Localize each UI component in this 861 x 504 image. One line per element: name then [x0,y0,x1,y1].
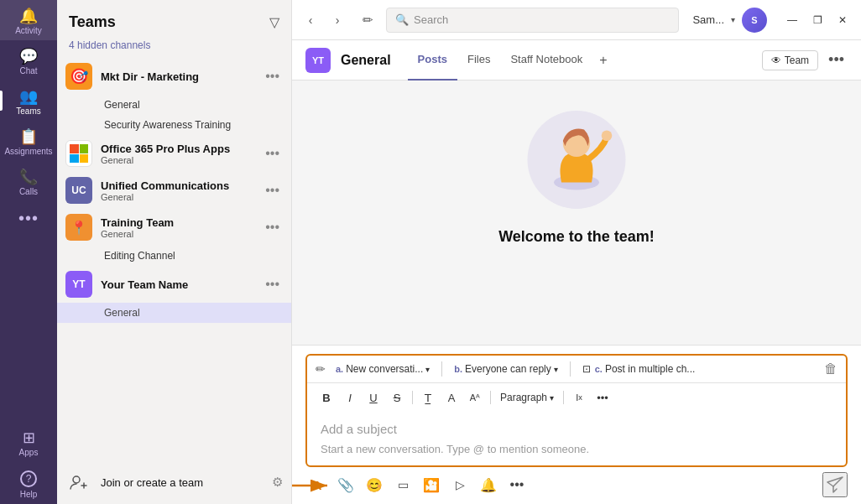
channel-header-right: 👁 Team ••• [762,48,848,72]
sidebar-item-assignments[interactable]: 📋 Assignments [0,121,57,161]
emoji-button[interactable]: 😊 [363,473,386,496]
team-item-1[interactable]: 🎯 Mkt Dir - Marketing ••• [57,58,291,95]
tab-staff-notebook[interactable]: Staff Notebook [500,40,592,81]
sidebar-item-more[interactable]: ••• [0,201,57,231]
channel-item-general-1[interactable]: General [57,95,291,115]
eye-icon: 👁 [771,55,781,66]
user-name[interactable]: Sam... [692,13,724,26]
more-actions-button[interactable]: ••• [505,473,529,496]
strikethrough-button[interactable]: S [386,387,408,408]
team-more-5[interactable]: ••• [262,275,283,294]
forward-button[interactable]: › [326,8,349,32]
channel-item-security[interactable]: Security Awareness Training [57,115,291,135]
compose-area: ✏ a. New conversati... ▾ b. Everyone can… [292,345,861,504]
new-conversation-option[interactable]: a. New conversati... ▾ [331,361,435,377]
team-name-1: Mkt Dir - Marketing [101,70,262,83]
team-more-3[interactable]: ••• [262,181,283,200]
underline-button[interactable]: U [363,387,384,408]
teams-panel: Teams ▽ 4 hidden channels 🎯 Mkt Dir - Ma… [57,0,292,504]
toolbar-separator-2 [570,361,571,377]
italic-button[interactable]: I [339,387,361,408]
bold-button[interactable]: B [316,387,337,408]
compose-body: Add a subject Start a new conversation. … [307,412,846,465]
minimize-button[interactable]: — [780,8,804,32]
team-sub-3: General [101,192,262,202]
chat-icon: 💬 [19,49,38,64]
compose-toolbar: ✏ a. New conversati... ▾ b. Everyone can… [305,354,848,467]
team-name-3: Unified Communications [101,179,262,192]
hidden-channels-link[interactable]: 4 hidden channels [57,39,291,58]
fmt-separator-3 [563,391,564,404]
team-more-2[interactable]: ••• [262,144,283,163]
sidebar-item-activity[interactable]: 🔔 Activity [0,0,57,40]
reply-option[interactable]: b. Everyone can reply ▾ [449,361,563,377]
send-button[interactable] [822,472,848,497]
image-button[interactable]: ▭ [391,473,415,496]
highlight-button[interactable]: T̲ [417,387,439,408]
help-icon: ? [20,470,37,487]
main-content: ‹ › ✏ 🔍 Search Sam... ▾ S — ❐ ✕ YT Gener… [292,0,861,504]
team-name-4: Training Team [101,216,262,229]
sidebar-label-chat: Chat [19,66,37,75]
post-icon: ⊡ [582,363,591,375]
font-color-button[interactable]: A [441,387,462,408]
fmt-separator-1 [412,391,413,404]
team-info-5: Your Team Name [101,278,262,291]
restore-button[interactable]: ❐ [806,8,829,32]
user-avatar[interactable]: S [742,8,767,33]
post-multiple-option[interactable]: ⊡ c. Post in multiple ch... [577,361,701,377]
attach-button[interactable]: 📎 [334,473,357,496]
clear-format-button[interactable]: Ix [568,387,590,408]
team-info-4: Training Team General [101,216,262,239]
video-button[interactable]: 🎦 [420,473,443,496]
filter-icon[interactable]: ▽ [269,14,279,30]
team-item-2[interactable]: Office 365 Pro Plus Apps General ••• [57,135,291,172]
team-item-3[interactable]: UC Unified Communications General ••• [57,172,291,209]
compose-new-button[interactable]: ✏ [356,8,379,32]
send-later-button[interactable]: ▷ [448,473,472,496]
paragraph-select[interactable]: Paragraph ▾ [495,389,559,406]
sidebar-item-calls[interactable]: 📞 Calls [0,161,57,201]
tab-files[interactable]: Files [457,40,500,81]
sidebar-label-teams: Teams [16,107,40,116]
team-info-3: Unified Communications General [101,179,262,202]
channel-header: YT General Posts Files Staff Notebook + … [292,40,861,81]
join-team-button[interactable]: Join or create a team ⚙ [57,460,291,504]
tab-posts[interactable]: Posts [408,40,457,81]
team-avatar-2 [65,140,92,167]
chevron-down-icon[interactable]: ▾ [731,15,735,24]
team-name-5: Your Team Name [101,278,262,291]
channel-item-general-5[interactable]: General [57,303,291,323]
gear-icon[interactable]: ⚙ [272,475,283,490]
close-button[interactable]: ✕ [831,8,854,32]
more-format-button[interactable]: ••• [592,387,613,408]
sidebar-item-teams[interactable]: 👥 Teams [0,81,57,121]
sidebar-label-help: Help [20,490,38,499]
fmt-separator-2 [490,391,491,404]
font-size-button[interactable]: Aᴬ [464,387,486,408]
delete-button[interactable]: 🗑 [824,361,838,377]
more-icon: ••• [18,210,39,226]
sidebar-label-calls: Calls [19,187,38,196]
user-area: Sam... ▾ S [692,8,767,33]
subject-field[interactable]: Add a subject [321,418,832,439]
search-bar[interactable]: 🔍 Search [386,8,679,33]
channel-more-button[interactable]: ••• [825,48,848,72]
sidebar-item-apps[interactable]: ⊞ Apps [0,422,57,462]
sidebar-item-help[interactable]: ? Help [0,462,57,504]
body-field[interactable]: Start a new conversation. Type @ to ment… [321,439,832,462]
team-item-5[interactable]: YT Your Team Name ••• [57,266,291,303]
channel-item-editing[interactable]: Editing Channel [57,246,291,266]
sidebar-item-chat[interactable]: 💬 Chat [0,40,57,81]
add-tab-button[interactable]: + [592,40,613,81]
team-item-4[interactable]: 📍 Training Team General ••• [57,209,291,246]
toolbar-row1: ✏ a. New conversati... ▾ b. Everyone can… [307,356,846,383]
notify-button[interactable]: 🔔 [477,473,500,496]
top-bar: ‹ › ✏ 🔍 Search Sam... ▾ S — ❐ ✕ [292,0,861,40]
back-button[interactable]: ‹ [299,8,322,32]
team-view-button[interactable]: 👁 Team [762,50,818,70]
arrow-indicator [292,475,334,496]
search-placeholder: Search [414,13,448,26]
team-more-1[interactable]: ••• [262,67,283,86]
team-more-4[interactable]: ••• [262,218,283,236]
